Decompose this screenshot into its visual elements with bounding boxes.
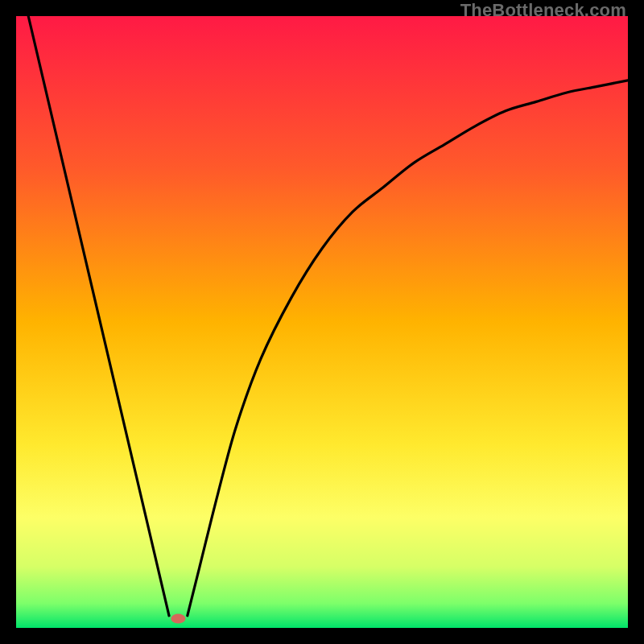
minimum-marker-icon [171,614,185,624]
watermark-label: TheBottleneck.com [460,0,626,21]
plot-frame [16,16,628,628]
gradient-background [16,16,628,628]
chart-svg [16,16,628,628]
